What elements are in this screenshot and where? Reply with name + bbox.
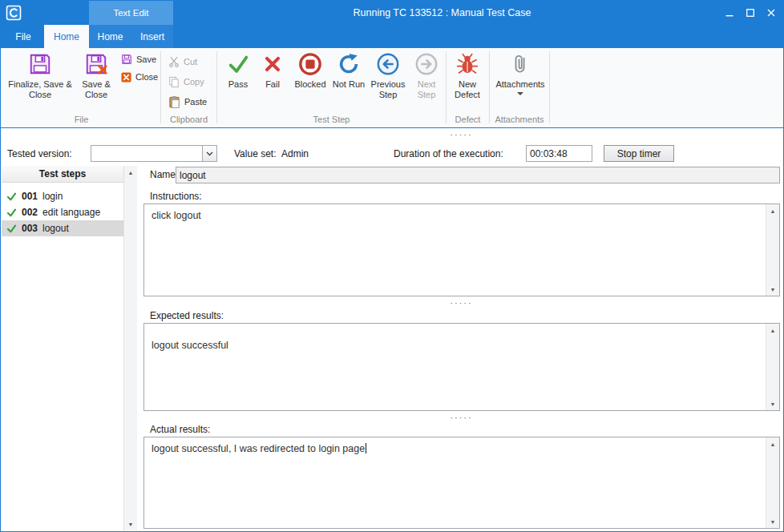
save-label: Save	[136, 54, 156, 64]
not-run-button[interactable]: Not Run	[330, 50, 367, 114]
actual-results-text: logout successful, I was redirected to l…	[144, 437, 765, 528]
scroll-down-icon[interactable]: ▼	[766, 397, 779, 410]
instructions-expected-splitter[interactable]: ·····	[143, 299, 779, 308]
copy-button[interactable]: Copy	[165, 74, 212, 90]
tested-version-dropdown-button[interactable]	[202, 146, 216, 161]
group-separator	[446, 51, 447, 123]
window-controls	[719, 1, 782, 25]
close-button[interactable]	[761, 1, 782, 25]
cut-button[interactable]: Cut	[165, 54, 212, 70]
paste-button[interactable]: Paste	[165, 94, 212, 110]
test-step-item-003-selected[interactable]: 003 logout	[2, 220, 123, 236]
maximize-icon	[746, 9, 754, 17]
duration-input[interactable]	[526, 145, 592, 162]
tab-home[interactable]: Home	[44, 25, 89, 48]
chevron-down-icon	[206, 151, 213, 156]
scroll-down-icon[interactable]: ▼	[124, 518, 137, 530]
next-step-button[interactable]: Next Step	[409, 50, 444, 114]
test-step-item-002[interactable]: 002 edit language	[2, 204, 123, 220]
step-label: edit language	[42, 207, 100, 218]
instructions-scrollbar[interactable]: ▲ ▼	[766, 204, 779, 296]
group-separator	[549, 51, 550, 123]
tab-insert-contextual[interactable]: Insert	[131, 25, 173, 48]
defect-group-label: Defect	[447, 114, 489, 125]
blocked-label: Blocked	[294, 79, 325, 90]
paperclip-icon	[511, 50, 529, 79]
cut-label: Cut	[184, 57, 197, 66]
contextual-tab-group-header: Text Edit	[89, 1, 173, 25]
scroll-up-icon[interactable]: ▲	[766, 324, 779, 337]
app-icon[interactable]	[5, 4, 22, 22]
pass-check-icon	[226, 50, 250, 79]
scroll-up-icon[interactable]: ▲	[766, 204, 779, 217]
pass-button[interactable]: Pass	[221, 50, 255, 114]
tested-version-value	[91, 146, 202, 161]
blocked-button[interactable]: Blocked	[290, 50, 330, 114]
previous-step-arrow-icon	[376, 50, 400, 79]
attachments-label: Attachments	[495, 79, 544, 90]
step-label: logout	[42, 223, 69, 234]
not-run-label: Not Run	[333, 79, 365, 90]
test-steps-panel: Test steps 001 login 002 edit language 0…	[2, 166, 137, 530]
actual-results-scrollbar[interactable]: ▲ ▼	[766, 437, 779, 528]
instructions-label: Instructions:	[150, 191, 202, 203]
previous-step-button[interactable]: Previous Step	[369, 50, 407, 114]
scroll-up-icon[interactable]: ▲	[766, 437, 779, 450]
maximize-button[interactable]	[740, 1, 761, 25]
name-label: Name:	[150, 169, 178, 181]
fail-label: Fail	[265, 79, 280, 90]
test-steps-scrollbar[interactable]: ▲ ▼	[123, 166, 137, 530]
not-run-undo-icon	[337, 50, 361, 79]
step-label: login	[42, 191, 63, 202]
group-separator	[160, 51, 161, 123]
test-step-item-001[interactable]: 001 login	[2, 188, 123, 204]
test-step-group-label: Test Step	[217, 114, 446, 125]
tab-file[interactable]: File	[2, 25, 44, 48]
fail-button[interactable]: Fail	[257, 50, 289, 114]
copy-label: Copy	[184, 77, 204, 87]
scroll-down-icon[interactable]: ▼	[766, 515, 779, 528]
instructions-textarea[interactable]: click logout ▲ ▼	[143, 204, 780, 296]
minimize-button[interactable]	[719, 1, 740, 25]
scroll-up-icon[interactable]: ▲	[124, 166, 137, 179]
save-close-button[interactable]: Save & Close	[76, 50, 116, 114]
duration-label: Duration of the execution:	[394, 147, 503, 160]
name-input[interactable]	[176, 167, 780, 183]
tested-version-combo[interactable]	[91, 145, 217, 162]
test-steps-header: Test steps	[2, 166, 123, 183]
instructions-text: click logout	[144, 204, 765, 296]
expected-results-textarea[interactable]: logout successful ▲ ▼	[143, 323, 780, 411]
app-logo-icon	[6, 5, 22, 21]
clipboard-group-label: Clipboard	[161, 114, 216, 125]
actual-results-textarea[interactable]: logout successful, I was redirected to l…	[143, 437, 780, 529]
close-ribbon-icon	[121, 72, 131, 83]
finalize-save-close-button[interactable]: Finalize, Save & Close	[6, 50, 75, 114]
file-group-label: File	[2, 114, 160, 125]
ribbon-tab-row: File Home Home Insert	[1, 25, 783, 48]
scroll-down-icon[interactable]: ▼	[766, 283, 779, 296]
text-cursor	[366, 443, 366, 453]
new-defect-button[interactable]: New Defect	[449, 50, 486, 114]
next-step-arrow-icon	[414, 50, 438, 79]
tab-home-contextual[interactable]: Home	[89, 25, 131, 48]
fail-x-icon	[261, 50, 284, 79]
step-number: 002	[22, 207, 38, 218]
minimize-icon	[725, 9, 733, 17]
expected-actual-splitter[interactable]: ·····	[143, 413, 779, 423]
attachments-group-label: Attachments	[490, 114, 549, 125]
step-number: 003	[22, 223, 38, 234]
stop-timer-button[interactable]: Stop timer	[604, 145, 674, 162]
previous-step-label: Previous Step	[369, 79, 407, 99]
titlebar: Text Edit Running TC 133512 : Manual Tes…	[1, 1, 783, 25]
close-button-ribbon[interactable]: Close	[118, 69, 160, 85]
attachments-dropdown-arrow-icon[interactable]	[517, 92, 523, 95]
ribbon-content-splitter[interactable]: ·····	[143, 131, 779, 140]
paste-clipboard-icon	[168, 95, 180, 108]
next-step-label: Next Step	[409, 79, 444, 99]
save-button[interactable]: Save	[118, 51, 160, 67]
close-label: Close	[135, 72, 158, 82]
attachments-button[interactable]: Attachments	[492, 50, 548, 114]
value-set-label: Value set:	[234, 147, 276, 160]
step-passed-check-icon	[6, 208, 17, 218]
expected-results-scrollbar[interactable]: ▲ ▼	[766, 324, 779, 410]
